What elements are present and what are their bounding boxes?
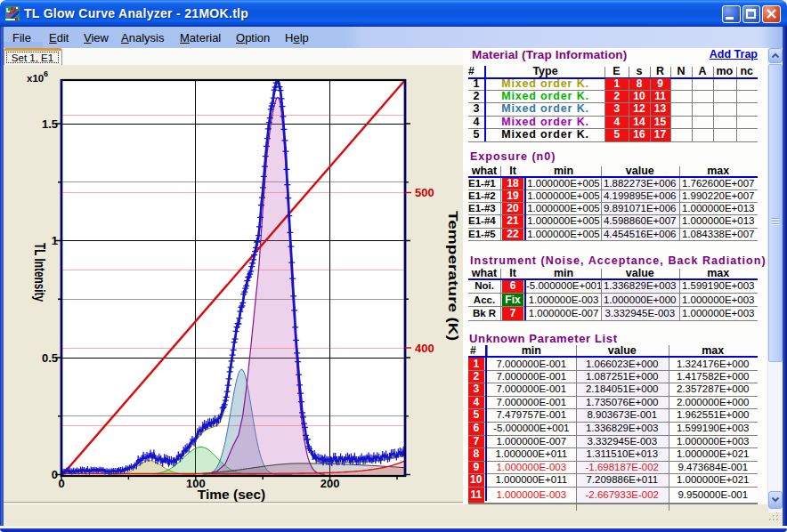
svg-text:200: 200 [320, 477, 340, 490]
svg-text:0: 0 [52, 468, 58, 481]
svg-text:Temperature (K): Temperature (K) [446, 211, 461, 341]
svg-text:TL Intensity: TL Intensity [31, 243, 48, 302]
svg-text:x10: x10 [27, 73, 44, 84]
svg-text:0.5: 0.5 [42, 351, 58, 365]
svg-text:1.5: 1.5 [42, 117, 58, 131]
svg-text:400: 400 [415, 342, 434, 355]
svg-text:6: 6 [44, 69, 48, 78]
svg-text:1: 1 [52, 234, 58, 247]
svg-text:Time (sec): Time (sec) [198, 487, 265, 502]
svg-text:500: 500 [415, 186, 434, 199]
svg-text:0: 0 [58, 477, 64, 490]
